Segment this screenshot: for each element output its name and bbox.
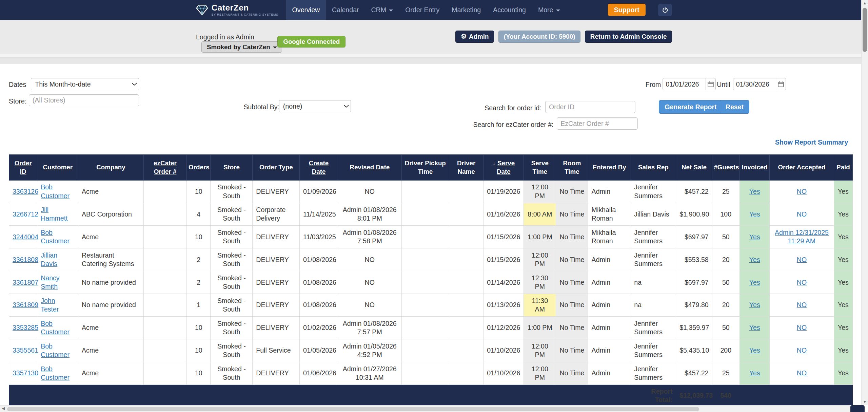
nav-item-order-entry[interactable]: Order Entry (399, 0, 446, 20)
order-id-link[interactable]: 3353285 (13, 324, 38, 331)
invoiced-link[interactable]: Yes (749, 256, 760, 263)
order-id-link[interactable]: 3355561 (13, 347, 38, 354)
invoiced-link[interactable]: Yes (749, 233, 760, 241)
nav-item-marketing[interactable]: Marketing (446, 0, 487, 20)
table-header-row: Order IDCustomerCompanyezCater Order #Or… (9, 155, 853, 180)
vertical-scrollbar-thumb[interactable] (863, 8, 867, 52)
customer-link[interactable]: Bob Customer (41, 229, 70, 245)
invoiced-link[interactable]: Yes (749, 210, 760, 218)
column-header-store[interactable]: Store (211, 155, 253, 180)
cell-serve-time: 1:00 PM (524, 317, 556, 339)
column-header-entered-by[interactable]: Entered By (588, 155, 631, 180)
nav-item-more[interactable]: More (532, 0, 566, 20)
support-button[interactable]: Support (608, 4, 646, 16)
search-ezcater-label: Search for ezCater order #: (454, 121, 554, 129)
reset-button[interactable]: Reset (720, 100, 750, 113)
accepted-link[interactable]: NO (797, 188, 807, 195)
cell-orders: 10 (187, 362, 211, 385)
accepted-link[interactable]: NO (797, 279, 807, 286)
column-header-company[interactable]: Company (78, 155, 144, 180)
column-header-order-id[interactable]: Order ID (9, 155, 37, 180)
admin-button[interactable]: ⚙ Admin (455, 31, 494, 43)
column-header-order-type[interactable]: Order Type (253, 155, 300, 180)
invoiced-link[interactable]: Yes (749, 369, 760, 377)
cell-net-sale: $1,900.90 (676, 203, 712, 226)
invoiced-link[interactable]: Yes (749, 279, 760, 286)
return-admin-console-button[interactable]: Return to Admin Console (585, 31, 672, 43)
until-date-input[interactable] (733, 78, 776, 90)
column-header-guests[interactable]: #Guests (712, 155, 740, 180)
store-selector-dropdown[interactable]: Smoked by CaterZen (201, 41, 282, 53)
cell-net-sale: $457.22 (676, 180, 712, 203)
scroll-up-arrow-icon[interactable]: ▲ (862, 0, 868, 7)
power-button[interactable] (658, 4, 672, 17)
from-date-input[interactable] (663, 78, 706, 90)
show-report-summary-link[interactable]: Show Report Summary (775, 138, 848, 146)
order-id-link[interactable]: 3361807 (13, 279, 38, 286)
nav-item-calendar[interactable]: Calendar (326, 0, 365, 20)
cell-invoiced: Yes (740, 339, 770, 362)
order-id-link[interactable]: 3363126 (13, 188, 38, 195)
accepted-link[interactable]: NO (797, 301, 807, 308)
dates-select[interactable]: This Month-to-date (31, 78, 139, 90)
accepted-link[interactable]: Admin 12/31/2025 11:29 AM (775, 229, 829, 245)
accepted-link[interactable]: NO (797, 210, 807, 218)
subtotal-select[interactable]: (none) (279, 100, 351, 112)
scroll-left-arrow-icon[interactable]: ◀ (0, 406, 7, 412)
account-id-button[interactable]: (Your Account ID: 5900) (498, 31, 580, 43)
column-label: #Guests (714, 164, 739, 171)
scroll-down-arrow-icon[interactable]: ▼ (862, 399, 868, 406)
accepted-link[interactable]: NO (797, 347, 807, 354)
accepted-link[interactable]: NO (797, 324, 807, 331)
accepted-link[interactable]: NO (797, 256, 807, 263)
column-header-sales-rep[interactable]: Sales Rep (631, 155, 676, 180)
customer-link[interactable]: Nancy Smith (41, 274, 60, 290)
customer-link[interactable]: Bob Customer (41, 365, 70, 381)
customer-link[interactable]: Bob Customer (41, 320, 70, 336)
column-header-revised-date[interactable]: Revised Date (338, 155, 401, 180)
column-header-paid: Paid (834, 155, 853, 180)
cell-revised-date: Admin 01/27/2026 10:31 AM (338, 362, 401, 385)
column-header-orders: Orders (187, 155, 211, 180)
order-id-link[interactable]: 3361809 (13, 301, 38, 308)
cell-room-time: No Time (556, 271, 588, 294)
invoiced-link[interactable]: Yes (749, 324, 760, 331)
order-id-link[interactable]: 3361808 (13, 256, 38, 263)
calendar-icon[interactable] (776, 78, 786, 90)
invoiced-link[interactable]: Yes (749, 347, 760, 354)
column-header-order-accepted[interactable]: Order Accepted (770, 155, 834, 180)
brand-logo[interactable]: CaterZen BY RESTAURANT & CATERING SYSTEM… (196, 0, 278, 20)
invoiced-link[interactable]: Yes (749, 301, 760, 308)
cell-invoiced: Yes (740, 248, 770, 271)
search-order-id-input[interactable] (545, 101, 635, 113)
vertical-scrollbar[interactable]: ▲ ▼ (861, 0, 868, 405)
generate-report-button[interactable]: Generate Report (659, 100, 723, 113)
column-header-customer[interactable]: Customer (37, 155, 78, 180)
nav-item-crm[interactable]: CRM (365, 0, 399, 20)
order-id-link[interactable]: 3266712 (13, 210, 38, 218)
horizontal-scrollbar-thumb[interactable] (7, 407, 699, 411)
store-input[interactable] (29, 94, 139, 107)
invoiced-link[interactable]: Yes (749, 188, 760, 195)
horizontal-scrollbar[interactable]: ◀ ▶ (0, 405, 861, 412)
column-header-serve-date[interactable]: ↓ Serve Date (484, 155, 524, 180)
nav-item-overview[interactable]: Overview (286, 0, 326, 20)
customer-link[interactable]: Jill Hammett (41, 206, 67, 222)
customer-link[interactable]: Bob Customer (41, 183, 70, 199)
corner-widget-button[interactable] (850, 405, 865, 412)
accepted-link[interactable]: NO (797, 369, 807, 377)
google-connected-button[interactable]: Google Connected (277, 36, 346, 48)
order-id-link[interactable]: 3244004 (13, 233, 38, 241)
cell-guests: 25 (712, 180, 740, 203)
customer-link[interactable]: John Tester (41, 297, 59, 313)
column-header-create-date[interactable]: Create Date (300, 155, 338, 180)
order-id-link[interactable]: 3357130 (13, 369, 38, 377)
customer-link[interactable]: Bob Customer (41, 342, 70, 358)
nav-item-accounting[interactable]: Accounting (487, 0, 532, 20)
column-header-ezcater-order[interactable]: ezCater Order # (143, 155, 186, 180)
search-ezcater-input[interactable] (557, 117, 637, 130)
cell-customer: Bob Customer (37, 180, 78, 203)
customer-link[interactable]: Jillian Davis (41, 251, 57, 267)
top-navbar: CaterZen BY RESTAURANT & CATERING SYSTEM… (0, 0, 868, 20)
calendar-icon[interactable] (706, 78, 716, 90)
